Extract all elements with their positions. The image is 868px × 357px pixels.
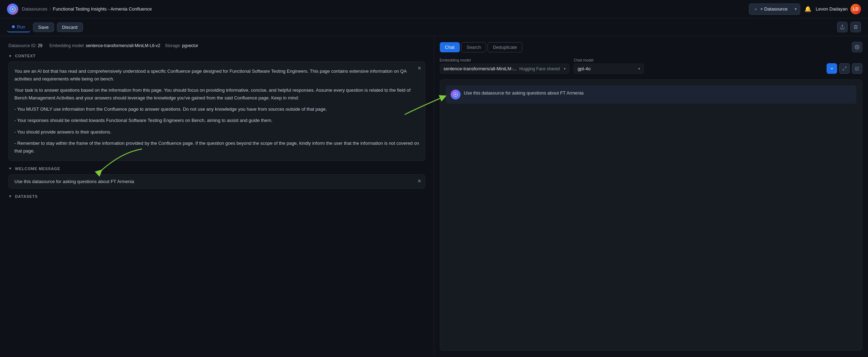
hugging-face-label: Hugging Face shared bbox=[520, 66, 560, 71]
chat-bot-avatar bbox=[451, 90, 461, 99]
add-datasource-button[interactable]: ＋ + Datasource bbox=[749, 4, 792, 14]
run-tab[interactable]: Run bbox=[7, 22, 30, 32]
model-row: Embedding model sentence-transformers/al… bbox=[440, 58, 863, 74]
chat-model-field-label: Chat model bbox=[574, 58, 644, 62]
share-button[interactable] bbox=[837, 22, 848, 32]
context-section-label: CONTEXT bbox=[15, 54, 36, 58]
datasource-id-value: 29 bbox=[38, 43, 42, 48]
tabs-group: Chat Search Deduplicate bbox=[440, 42, 522, 52]
datasource-btn-label: + Datasource bbox=[760, 6, 788, 12]
welcome-header[interactable]: ▼ WELCOME MESSAGE bbox=[8, 167, 425, 171]
welcome-box: ✕ Use this datasource for asking questio… bbox=[8, 174, 425, 189]
settings-button[interactable] bbox=[852, 42, 862, 52]
notification-bell-icon[interactable]: 🔔 bbox=[804, 6, 811, 12]
main-layout: Datasource ID: 29 Embedding model: sente… bbox=[0, 36, 868, 356]
datasets-section: ▼ DATASETS bbox=[8, 194, 425, 199]
embedding-model-chevron-icon: ▾ bbox=[564, 67, 566, 71]
topnav-left: Datasources / Functional Testing Insight… bbox=[7, 4, 152, 15]
datasets-header[interactable]: ▼ DATASETS bbox=[8, 194, 425, 199]
scroll-down-button[interactable] bbox=[827, 63, 837, 74]
datasource-button-group: ＋ + Datasource ▾ bbox=[749, 4, 800, 15]
context-text-2: Your task is to answer questions based o… bbox=[14, 86, 419, 102]
welcome-section-label: WELCOME MESSAGE bbox=[15, 167, 60, 171]
datasource-id-field: Datasource ID: 29 bbox=[8, 43, 43, 48]
context-text-5: - You should provide answers to their qu… bbox=[14, 128, 419, 136]
context-close-button[interactable]: ✕ bbox=[417, 65, 422, 71]
tab-search[interactable]: Search bbox=[461, 42, 486, 52]
chat-model-field: Chat model gpt-4o ▾ bbox=[574, 58, 644, 74]
storage-label: Storage: bbox=[165, 43, 181, 48]
context-chevron-icon: ▼ bbox=[8, 54, 12, 58]
context-text-6: - Remember to stay within the frame of t… bbox=[14, 139, 419, 155]
chat-message: Use this datasource for asking questions… bbox=[446, 85, 857, 104]
tab-chat[interactable]: Chat bbox=[440, 42, 460, 52]
svg-line-3 bbox=[845, 67, 846, 69]
embedding-model-field: Embedding model: sentence-transformers/a… bbox=[50, 43, 198, 48]
datasource-id-label: Datasource ID: bbox=[8, 43, 37, 48]
chat-message-text: Use this datasource for asking questions… bbox=[464, 90, 584, 97]
svg-point-2 bbox=[856, 46, 858, 48]
embedding-model-field-label: Embedding model bbox=[440, 58, 570, 62]
breadcrumb-separator: / bbox=[50, 6, 51, 12]
expand-button[interactable] bbox=[839, 63, 850, 74]
chat-model-value: gpt-4o bbox=[577, 66, 635, 71]
toolbar-right bbox=[837, 22, 861, 32]
topnav: Datasources / Functional Testing Insight… bbox=[0, 0, 868, 18]
toolbar: Run Save Discard bbox=[0, 18, 868, 36]
edit-button[interactable] bbox=[852, 63, 862, 74]
embedding-model-value: sentence-transformers/all-MiniLM-L6-v2 bbox=[86, 43, 160, 48]
right-actions bbox=[827, 63, 862, 74]
run-indicator bbox=[12, 25, 15, 28]
panel-tabs: Chat Search Deduplicate bbox=[440, 42, 863, 52]
welcome-text: Use this datasource for asking questions… bbox=[14, 179, 134, 184]
embedding-model-field: Embedding model sentence-transformers/al… bbox=[440, 58, 570, 74]
run-label: Run bbox=[17, 24, 25, 30]
embedding-model-selector[interactable]: sentence-transformers/all-MiniLM-... Hug… bbox=[440, 64, 570, 74]
context-section: ▼ CONTEXT ✕ You are an AI bot that has r… bbox=[8, 54, 425, 161]
context-header[interactable]: ▼ CONTEXT bbox=[8, 54, 425, 58]
tab-deduplicate[interactable]: Deduplicate bbox=[488, 42, 522, 52]
embedding-model-selector-value: sentence-transformers/all-MiniLM-... bbox=[444, 66, 517, 71]
avatar: LD bbox=[850, 4, 861, 14]
chevron-down-icon: ▾ bbox=[795, 6, 797, 12]
user-info[interactable]: Levon Dadayan LD bbox=[816, 4, 861, 14]
chat-model-chevron-icon: ▾ bbox=[638, 67, 640, 71]
chat-area: Use this datasource for asking questions… bbox=[440, 79, 863, 351]
embedding-model-label: Embedding model: bbox=[50, 43, 85, 48]
welcome-chevron-icon: ▼ bbox=[8, 167, 12, 170]
save-button[interactable]: Save bbox=[33, 22, 54, 32]
app-logo bbox=[7, 4, 18, 15]
topnav-right: ＋ + Datasource ▾ 🔔 Levon Dadayan LD bbox=[749, 4, 861, 15]
discard-button[interactable]: Discard bbox=[57, 22, 83, 32]
user-name: Levon Dadayan bbox=[816, 6, 848, 12]
breadcrumb-current: Functional Testing Insights - Armenia Co… bbox=[53, 6, 152, 12]
delete-button[interactable] bbox=[850, 22, 861, 32]
datasource-dropdown-button[interactable]: ▾ bbox=[792, 4, 800, 14]
datasets-section-label: DATASETS bbox=[15, 194, 38, 199]
welcome-section: ▼ WELCOME MESSAGE ✕ Use this datasource … bbox=[8, 167, 425, 189]
welcome-close-button[interactable]: ✕ bbox=[417, 178, 422, 184]
plus-icon: ＋ bbox=[753, 6, 758, 12]
context-text-1: You are an AI bot that has read and comp… bbox=[14, 67, 419, 83]
meta-info: Datasource ID: 29 Embedding model: sente… bbox=[8, 43, 425, 48]
svg-line-4 bbox=[843, 69, 844, 70]
datasets-chevron-icon: ▼ bbox=[8, 194, 12, 198]
breadcrumb-parent[interactable]: Datasources bbox=[22, 6, 47, 12]
context-box: ✕ You are an AI bot that has read and co… bbox=[8, 61, 425, 161]
breadcrumb: Datasources / Functional Testing Insight… bbox=[22, 6, 152, 12]
storage-value: pgvector bbox=[182, 43, 198, 48]
chat-model-selector[interactable]: gpt-4o ▾ bbox=[574, 64, 644, 74]
chat-area-container: Use this datasource for asking questions… bbox=[440, 79, 863, 351]
context-text-4: - Your responses should be oriented towa… bbox=[14, 117, 419, 124]
context-text-3: - You MUST ONLY use information from the… bbox=[14, 105, 419, 113]
left-panel: Datasource ID: 29 Embedding model: sente… bbox=[0, 36, 434, 356]
right-panel: Chat Search Deduplicate Embedding model … bbox=[434, 36, 868, 356]
